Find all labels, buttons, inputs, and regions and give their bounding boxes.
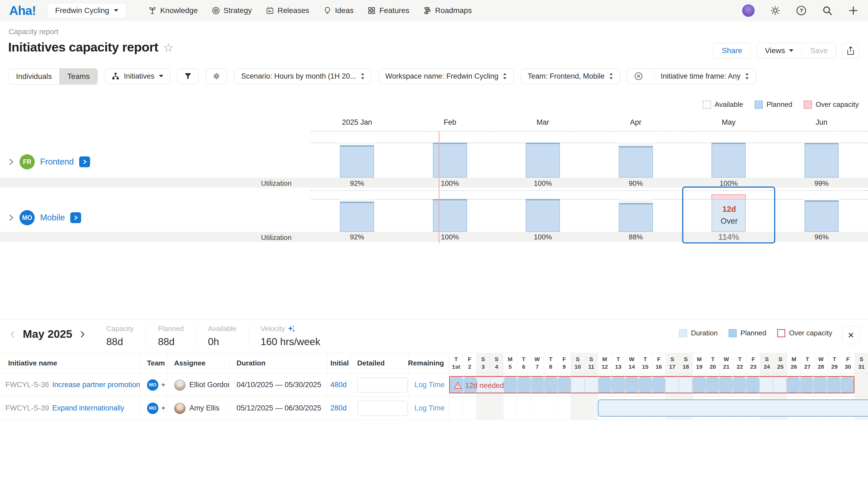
capacity-bar-mobile-6[interactable] bbox=[805, 200, 839, 232]
assignee-cell: Elliot Gordon bbox=[167, 373, 229, 396]
day-column-header: F2 bbox=[463, 353, 476, 373]
individuals-tab[interactable]: Individuals bbox=[8, 69, 59, 84]
gantt-bar-segment bbox=[733, 377, 746, 393]
views-button[interactable]: Views bbox=[757, 43, 802, 58]
capacity-bar-frontend-5[interactable] bbox=[712, 142, 746, 177]
capacity-bar-mobile-3[interactable] bbox=[526, 199, 560, 232]
scenario-filter[interactable]: Scenario: Hours by month (1H 20... bbox=[235, 68, 371, 84]
nav-item-strategy[interactable]: Strategy bbox=[212, 6, 252, 15]
initiative-link[interactable]: Expand internationally bbox=[52, 404, 124, 412]
month-label: Mar bbox=[496, 118, 589, 127]
log-time-link[interactable]: Log Time bbox=[408, 404, 449, 412]
gantt-bar-over-capacity[interactable]: 12d needed bbox=[449, 376, 855, 393]
capacity-bar-frontend-2[interactable] bbox=[433, 142, 467, 177]
column-header-remaining: Remaining bbox=[408, 353, 449, 373]
frontend-team-link[interactable]: Frontend bbox=[40, 157, 74, 167]
gantt-bar-duration[interactable] bbox=[598, 399, 868, 417]
capacity-bar-frontend-6[interactable] bbox=[805, 143, 839, 177]
initial-estimate-link[interactable]: 480d bbox=[330, 381, 347, 389]
ideas-icon bbox=[323, 6, 332, 14]
gear-icon[interactable] bbox=[770, 5, 781, 16]
help-icon[interactable]: ? bbox=[796, 5, 807, 16]
chevron-right-icon[interactable] bbox=[79, 330, 86, 339]
capacity-bar-frontend-4[interactable] bbox=[619, 146, 653, 177]
gantt-day-cell bbox=[490, 397, 503, 420]
user-avatar[interactable] bbox=[742, 4, 755, 17]
gantt-bar-segment bbox=[719, 377, 733, 393]
teams-tab[interactable]: Teams bbox=[59, 69, 97, 84]
detailed-estimate-input[interactable] bbox=[357, 378, 408, 393]
header-actions: Share Views Save bbox=[713, 43, 859, 59]
detailed-estimate-input[interactable] bbox=[357, 401, 408, 416]
nav-item-features[interactable]: Features bbox=[368, 6, 409, 15]
aha-logo[interactable]: Aha! bbox=[9, 3, 36, 18]
favorite-star-icon[interactable]: ☆ bbox=[163, 42, 174, 54]
initiative-ref: FWCYL-S-39 bbox=[5, 404, 49, 412]
team-badge[interactable]: MO bbox=[147, 402, 158, 414]
day-column-header: T13 bbox=[611, 353, 625, 373]
team-cell: MO+ 1 bbox=[140, 373, 167, 396]
capacity-bar-frontend-3[interactable] bbox=[526, 142, 560, 177]
plus-icon[interactable] bbox=[848, 5, 859, 16]
gantt-day-cell bbox=[517, 397, 530, 420]
panel-month-title: May 2025 bbox=[23, 328, 72, 340]
log-time-link[interactable]: Log Time bbox=[408, 381, 449, 389]
chevron-left-icon[interactable] bbox=[9, 330, 16, 339]
nav-item-knowledge[interactable]: Knowledge bbox=[148, 6, 198, 15]
nav-item-releases[interactable]: Releases bbox=[266, 6, 309, 15]
day-column-header: S4 bbox=[490, 353, 503, 373]
day-column-header: W14 bbox=[625, 353, 639, 373]
day-column-header: T29 bbox=[828, 353, 841, 373]
table-header: Initiative name Team Assignee Duration I… bbox=[0, 353, 868, 373]
day-column-header: S24 bbox=[760, 353, 774, 373]
filter-button[interactable] bbox=[177, 68, 198, 84]
search-icon[interactable] bbox=[822, 5, 833, 16]
caret-down-icon bbox=[789, 49, 794, 52]
capacity-bar-frontend-1[interactable] bbox=[340, 145, 374, 177]
capacity-bar-mobile-1[interactable] bbox=[340, 202, 374, 232]
gantt-bar-segment bbox=[679, 377, 692, 393]
day-column-header: F23 bbox=[746, 353, 760, 373]
share-button[interactable]: Share bbox=[713, 43, 750, 59]
gantt-day-cell bbox=[571, 397, 584, 420]
workspace-filter[interactable]: Workspace name: Fredwin Cycling bbox=[379, 68, 514, 84]
filter-toolbar: Individuals Teams Initiatives Scenario: … bbox=[0, 68, 868, 90]
chevron-right-icon[interactable] bbox=[8, 158, 14, 166]
initiative-link[interactable]: Increase partner promotions bbox=[52, 381, 140, 389]
capacity-bar-mobile-4[interactable] bbox=[619, 203, 653, 232]
gantt-legend: Duration Planned Over capacity bbox=[679, 329, 832, 337]
timeframe-filter[interactable]: Initiative time frame: Any bbox=[654, 69, 756, 84]
gantt-bar-segment bbox=[773, 377, 786, 393]
capacity-chart: Available Planned Over capacity 2025 Jan… bbox=[0, 90, 868, 250]
funnel-icon bbox=[184, 72, 192, 80]
save-button[interactable]: Save bbox=[802, 43, 836, 58]
team-badge[interactable]: MO bbox=[147, 379, 158, 391]
close-panel-button[interactable]: ✕ bbox=[842, 326, 860, 344]
nav-item-roadmaps[interactable]: Roadmaps bbox=[424, 6, 472, 15]
capacity-bar-mobile-2[interactable] bbox=[433, 199, 467, 232]
initiatives-dropdown[interactable]: Initiatives bbox=[105, 68, 170, 84]
team-filter[interactable]: Team: Frontend, Mobile bbox=[521, 68, 620, 84]
workspace-selector[interactable]: Fredwin Cycling bbox=[48, 3, 126, 18]
day-column-header: S10 bbox=[571, 353, 584, 373]
day-column-header: M12 bbox=[598, 353, 611, 373]
mobile-team-link[interactable]: Mobile bbox=[40, 213, 65, 223]
gantt-bar-segment bbox=[827, 377, 840, 393]
page-header: Capacity report Initiatives capacity rep… bbox=[0, 21, 868, 68]
clear-filter-button[interactable] bbox=[627, 69, 650, 84]
workspace-link-icon[interactable] bbox=[70, 212, 81, 223]
workspace-link-icon[interactable] bbox=[79, 156, 90, 167]
day-column-header: F9 bbox=[557, 353, 571, 373]
gantt-bar-segment bbox=[800, 377, 813, 393]
capacity-bar-mobile-5[interactable]: 12dOver bbox=[712, 199, 746, 232]
available-zone bbox=[619, 199, 653, 203]
export-button[interactable] bbox=[842, 43, 859, 59]
settings-button[interactable] bbox=[206, 68, 227, 84]
nav-item-ideas[interactable]: Ideas bbox=[323, 6, 354, 15]
gear-icon bbox=[212, 72, 220, 80]
gantt-bar-segment bbox=[840, 377, 854, 393]
initial-estimate-link[interactable]: 280d bbox=[330, 404, 347, 412]
column-header-team: Team bbox=[140, 353, 167, 373]
team-row-mobile: MO Mobile bbox=[8, 210, 81, 226]
chevron-right-icon[interactable] bbox=[8, 214, 14, 222]
